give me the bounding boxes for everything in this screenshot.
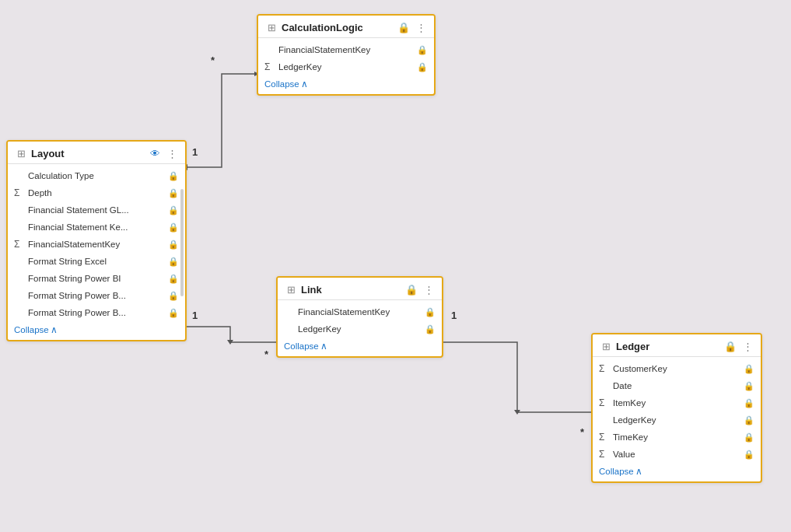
multiplicity-layout-link-one: 1 <box>192 310 198 321</box>
table-row: Date 🔒 <box>593 377 761 394</box>
multiplicity-calc-many: * <box>211 54 215 66</box>
table-row: Format String Excel 🔒 <box>8 253 185 270</box>
card-footer-layout: Collapse ∧ <box>8 321 185 340</box>
card-layout: ⊞ Layout 👁 ⋮ Calculation Type 🔒 Σ Depth … <box>6 140 187 341</box>
menu-icon-ledger[interactable]: ⋮ <box>740 339 754 353</box>
menu-icon-layout[interactable]: ⋮ <box>165 146 179 160</box>
chevron-up-icon: ∧ <box>51 324 58 335</box>
table-icon-link: ⊞ <box>284 282 298 296</box>
card-footer-calculationlogic: Collapse ∧ <box>258 75 434 94</box>
menu-icon-calculationlogic[interactable]: ⋮ <box>414 20 428 34</box>
card-body-layout: Calculation Type 🔒 Σ Depth 🔒 Financial S… <box>8 164 185 321</box>
hide-field-icon[interactable]: 🔒 <box>168 205 179 215</box>
table-row: Σ Value 🔒 <box>593 446 761 463</box>
table-row: Format String Power B... 🔒 <box>8 304 185 321</box>
hide-field-icon[interactable]: 🔒 <box>425 307 436 317</box>
collapse-label: Collapse <box>599 467 634 476</box>
hide-icon-link[interactable]: 🔒 <box>404 282 418 296</box>
card-footer-ledger: Collapse ∧ <box>593 463 761 481</box>
collapse-link-calculationlogic[interactable]: Collapse ∧ <box>264 79 428 89</box>
collapse-link-ledger[interactable]: Collapse ∧ <box>599 466 754 477</box>
card-link: ⊞ Link 🔒 ⋮ FinancialStatementKey 🔒 Ledge… <box>276 276 443 358</box>
hide-field-icon[interactable]: 🔒 <box>168 257 179 267</box>
card-title-layout: Layout <box>31 148 145 159</box>
table-icon-calculationlogic: ⊞ <box>264 20 278 34</box>
multiplicity-layout-one: 1 <box>192 146 198 158</box>
multiplicity-ledger-many: * <box>580 426 584 438</box>
table-row: Σ ItemKey 🔒 <box>593 394 761 411</box>
svg-marker-2 <box>227 340 233 345</box>
menu-icon-link[interactable]: ⋮ <box>422 282 436 296</box>
table-row: Σ CustomerKey 🔒 <box>593 360 761 377</box>
chevron-up-icon: ∧ <box>301 79 308 89</box>
hide-field-icon[interactable]: 🔒 <box>744 364 754 374</box>
collapse-link-link[interactable]: Collapse ∧ <box>284 341 436 352</box>
table-row: Format String Power B... 🔒 <box>8 287 185 304</box>
table-row: Σ Depth 🔒 <box>8 184 185 201</box>
card-header-ledger: ⊞ Ledger 🔒 ⋮ <box>593 334 761 357</box>
hide-icon-calculationlogic[interactable]: 🔒 <box>397 20 411 34</box>
table-row: Financial Statement Ke... 🔒 <box>8 219 185 236</box>
sigma-icon: Σ <box>264 61 275 72</box>
collapse-label: Collapse <box>284 341 319 351</box>
table-row: Format String Power BI 🔒 <box>8 270 185 287</box>
table-row: Σ FinancialStatementKey 🔒 <box>8 236 185 253</box>
card-footer-link: Collapse ∧ <box>278 338 442 356</box>
hide-field-icon[interactable]: 🔒 <box>168 274 179 284</box>
svg-marker-3 <box>514 410 520 415</box>
collapse-link-layout[interactable]: Collapse ∧ <box>14 324 179 335</box>
card-header-layout: ⊞ Layout 👁 ⋮ <box>8 142 185 164</box>
card-calculationlogic: ⊞ CalculationLogic 🔒 ⋮ FinancialStatemen… <box>257 14 436 96</box>
collapse-label: Collapse <box>14 325 49 334</box>
card-body-link: FinancialStatementKey 🔒 LedgerKey 🔒 <box>278 300 442 338</box>
scroll-bar-layout[interactable] <box>180 189 184 296</box>
chevron-up-icon: ∧ <box>320 341 327 352</box>
table-row: FinancialStatementKey 🔒 <box>258 41 434 58</box>
multiplicity-link-ledger-one: 1 <box>451 310 457 321</box>
card-title-link: Link <box>301 284 401 296</box>
card-title-calculationlogic: CalculationLogic <box>282 22 394 33</box>
card-body-calculationlogic: FinancialStatementKey 🔒 Σ LedgerKey 🔒 <box>258 38 434 75</box>
card-title-ledger: Ledger <box>616 341 720 352</box>
table-row: LedgerKey 🔒 <box>593 411 761 429</box>
table-icon-layout: ⊞ <box>14 146 28 160</box>
card-ledger: ⊞ Ledger 🔒 ⋮ Σ CustomerKey 🔒 Date 🔒 Σ It… <box>591 333 762 483</box>
chevron-up-icon: ∧ <box>635 466 642 477</box>
table-row: Calculation Type 🔒 <box>8 167 185 184</box>
hide-field-icon[interactable]: 🔒 <box>417 62 428 72</box>
hide-field-icon[interactable]: 🔒 <box>744 450 754 460</box>
eye-icon-layout[interactable]: 👁 <box>148 146 162 160</box>
hide-field-icon[interactable]: 🔒 <box>168 291 179 301</box>
hide-field-icon[interactable]: 🔒 <box>168 240 179 250</box>
card-header-link: ⊞ Link 🔒 ⋮ <box>278 278 442 300</box>
card-body-ledger: Σ CustomerKey 🔒 Date 🔒 Σ ItemKey 🔒 Ledge… <box>593 357 761 463</box>
hide-field-icon[interactable]: 🔒 <box>744 415 754 425</box>
table-row: LedgerKey 🔒 <box>278 320 442 338</box>
hide-field-icon[interactable]: 🔒 <box>168 222 179 233</box>
diagram-canvas: * 1 1 * 1 * ⊞ CalculationLogic 🔒 ⋮ Finan… <box>0 0 791 532</box>
hide-field-icon[interactable]: 🔒 <box>425 324 436 334</box>
table-row: FinancialStatementKey 🔒 <box>278 303 442 320</box>
table-row: Σ TimeKey 🔒 <box>593 429 761 446</box>
table-row: Σ LedgerKey 🔒 <box>258 58 434 75</box>
hide-field-icon[interactable]: 🔒 <box>168 171 179 181</box>
hide-field-icon[interactable]: 🔒 <box>744 381 754 391</box>
hide-field-icon[interactable]: 🔒 <box>417 45 428 55</box>
hide-field-icon[interactable]: 🔒 <box>168 188 179 198</box>
hide-field-icon[interactable]: 🔒 <box>168 308 179 318</box>
collapse-label: Collapse <box>264 79 299 89</box>
table-icon-ledger: ⊞ <box>599 339 613 353</box>
table-row: Financial Statement GL... 🔒 <box>8 201 185 219</box>
hide-field-icon[interactable]: 🔒 <box>744 398 754 408</box>
hide-field-icon[interactable]: 🔒 <box>744 432 754 443</box>
hide-icon-ledger[interactable]: 🔒 <box>723 339 737 353</box>
multiplicity-link-many: * <box>264 348 268 360</box>
card-header-calculationlogic: ⊞ CalculationLogic 🔒 ⋮ <box>258 16 434 38</box>
